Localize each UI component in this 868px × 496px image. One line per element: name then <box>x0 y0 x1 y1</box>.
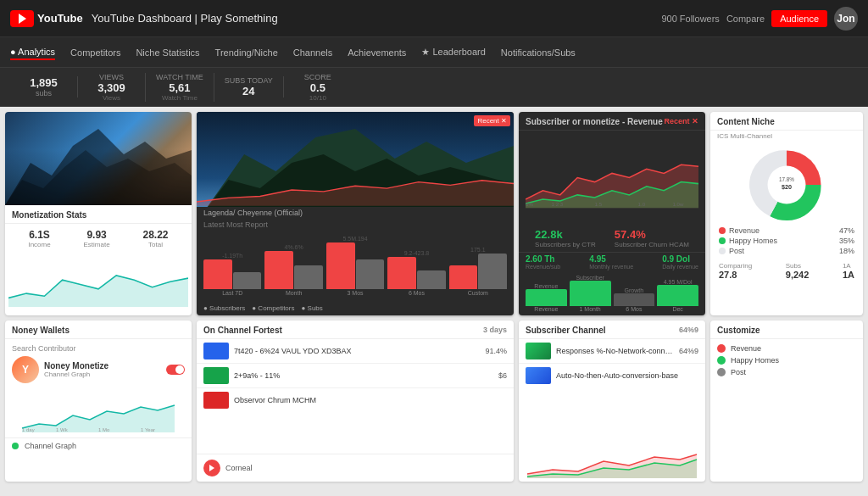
video-title: Lagenda/ Cheyenne (Official) <box>197 207 514 220</box>
svg-marker-6 <box>197 181 514 206</box>
rev-subs-val: 22.8k <box>535 228 596 241</box>
bars-4 <box>449 254 507 289</box>
bar-group-4: 175.1 Custom <box>449 247 507 296</box>
income-label: Income <box>28 241 50 248</box>
youtube-logo: YouTube <box>10 10 83 27</box>
nav-competitors[interactable]: Competitors <box>70 46 120 59</box>
video-chart-overlay <box>197 173 514 207</box>
card6-footer: Corneal <box>197 454 514 482</box>
bar-grey-0 <box>233 272 262 289</box>
row-val-1: $6 <box>498 371 507 380</box>
svg-text:1.0w: 1.0w <box>672 201 683 207</box>
card-noney-wallets: Noney Wallets Search Contributor Y Noney… <box>5 320 192 482</box>
today-value: 24 <box>242 85 254 98</box>
pie-sub-1: Subs 9,242 <box>786 262 810 280</box>
card5-footer: Channel Graph <box>5 437 192 454</box>
bar-chart: -1.19Th Last 7D 4%.6% Month 5.5M.194 <box>197 232 514 303</box>
pie-sub-label-1: Subs <box>786 262 810 270</box>
legend-dot-0 <box>719 227 726 234</box>
sub-row-0: Responses %-No-Network-connections hat 6… <box>519 339 705 364</box>
revenue-area-chart: 0% 1 2 3 1.5 1.0 1.0w <box>519 131 705 225</box>
card7-footer <box>519 387 705 482</box>
pie-sub-stats: Comparing 27.8 Subs 9,242 1A 1A <box>715 260 858 281</box>
bar-label-4: Custom <box>468 290 488 296</box>
pie-svg: 17.8% $20 <box>748 147 825 223</box>
customize-item-2[interactable]: Post <box>717 368 856 376</box>
score-sub: 10/10 <box>309 94 326 102</box>
rev-sub-val-2: 0.9 Dol <box>662 254 698 264</box>
sub-navigation: ● Analytics Competitors Niche Statistics… <box>0 37 868 68</box>
card3-header: Subscriber or monetize - Revenue Recent … <box>519 112 705 131</box>
nav-trending[interactable]: Trending/Niche <box>215 46 278 59</box>
table-row-2: Observor Chrum MCHM <box>197 388 514 412</box>
customize-label-1: Happy Homes <box>731 356 779 365</box>
video-subtitle: Latest Most Report <box>197 220 514 232</box>
rev-sub-stat-2: 0.9 Dol Daily revenue <box>662 254 698 270</box>
row-thumb-0 <box>203 343 229 359</box>
bar-legend: ● Subscribers ● Competitors ● Subs <box>197 303 514 315</box>
svg-text:17.8%: 17.8% <box>779 176 794 182</box>
rev-bar-grey <box>614 293 655 306</box>
channel-graph-label: Channel Graph <box>12 442 185 450</box>
audience-button[interactable]: Audience <box>771 10 827 27</box>
pie-sub-val-0: 27.8 <box>719 270 752 280</box>
watchtime-label: WATCH TIME <box>156 73 203 81</box>
bar-group-2: 5.5M.194 3 Mos <box>326 236 384 296</box>
bar-label-2: 3 Mos <box>347 290 363 296</box>
nav-analytics[interactable]: ● Analytics <box>10 45 55 60</box>
sub-title-1: Auto-No-then-Auto-conversion-base <box>556 371 693 380</box>
nav-achievements[interactable]: Achievements <box>348 46 406 59</box>
income-val: 6.1S <box>28 229 50 241</box>
card6-channel-label: Corneal <box>225 464 253 472</box>
mountain-silhouette <box>5 112 192 205</box>
nav-notifications[interactable]: Notifications/Subs <box>501 46 576 59</box>
bar-red-2 <box>326 242 355 289</box>
card6-rows: 7t420 - 6%24 VAUL YDO XD3BAX 91.4% 2+9a%… <box>197 339 514 412</box>
rev-bar-1: Subscriber 1 Month <box>570 275 611 312</box>
card4-title: Content Niche <box>717 117 775 126</box>
customize-item-1[interactable]: Happy Homes <box>717 356 856 365</box>
svg-text:1 Year: 1 Year <box>141 427 155 432</box>
views-label: VIEWS <box>99 73 124 81</box>
stats-bar: 1,895 subs VIEWS 3,309 Views WATCH TIME … <box>0 68 868 107</box>
svg-text:1 Wk: 1 Wk <box>56 427 69 432</box>
avatar[interactable]: Jon <box>834 7 858 31</box>
overlay-chart-svg <box>197 173 514 207</box>
pie-sub-val-2: 1A <box>843 270 854 280</box>
card-channel-fortest: On Channel Fortest 3 days 7t420 - 6%24 V… <box>197 320 514 482</box>
card6-title: On Channel Fortest <box>203 326 282 335</box>
sub-title-0: Responses %-No-Network-connections hat <box>556 347 674 355</box>
yt-play-icon <box>209 465 214 471</box>
card3-badge: Recent ✕ <box>664 117 698 125</box>
card8-title: Customize <box>717 326 760 335</box>
row-thumb-1 <box>203 367 229 384</box>
subs-value: 1,895 <box>30 76 58 89</box>
bar-val-0: -1.19Th <box>222 253 242 259</box>
estimate-val: 9.93 <box>84 229 110 241</box>
sub-val-0: 64%9 <box>679 347 698 355</box>
toggle-switch[interactable] <box>166 365 185 375</box>
legend-dot-2 <box>719 248 726 254</box>
mini-line-chart: Rate Completion 1.D3.D1.W1.M3M0 <box>5 254 192 315</box>
nav-stat-compare: Compare <box>726 14 765 24</box>
pie-container: 17.8% $20 Revenue 47% Happy Homes 35% <box>710 142 863 315</box>
green-dot-icon <box>12 443 19 449</box>
bar-grey-4 <box>478 254 507 289</box>
row-title-2: Observor Chrum MCHM <box>234 396 502 404</box>
nav-channels[interactable]: Channels <box>293 46 332 59</box>
row-title-0: 7t420 - 6%24 VAUL YDO XD3BAX <box>234 347 480 355</box>
nav-leaderboard[interactable]: ★ Leaderboard <box>421 45 485 59</box>
customize-item-0[interactable]: Revenue <box>717 344 856 353</box>
total-val: 28.22 <box>143 229 169 241</box>
video-thumbnail <box>5 112 192 205</box>
customize-dot-0 <box>717 344 726 353</box>
legend-pct-0: 47% <box>839 226 854 235</box>
rev-sub-label-0: Revenue/sub <box>526 264 560 270</box>
nav-niche-stats[interactable]: Niche Statistics <box>136 46 199 59</box>
svg-text:1 2 3: 1 2 3 <box>552 201 564 207</box>
toggle-container[interactable] <box>166 365 185 375</box>
channel-avatar: Y <box>12 356 39 383</box>
svg-text:1.0: 1.0 <box>638 201 646 207</box>
card5-channel-row: Y Noney Monetize Channel Graph <box>12 356 185 383</box>
bar-red-4 <box>449 265 478 289</box>
